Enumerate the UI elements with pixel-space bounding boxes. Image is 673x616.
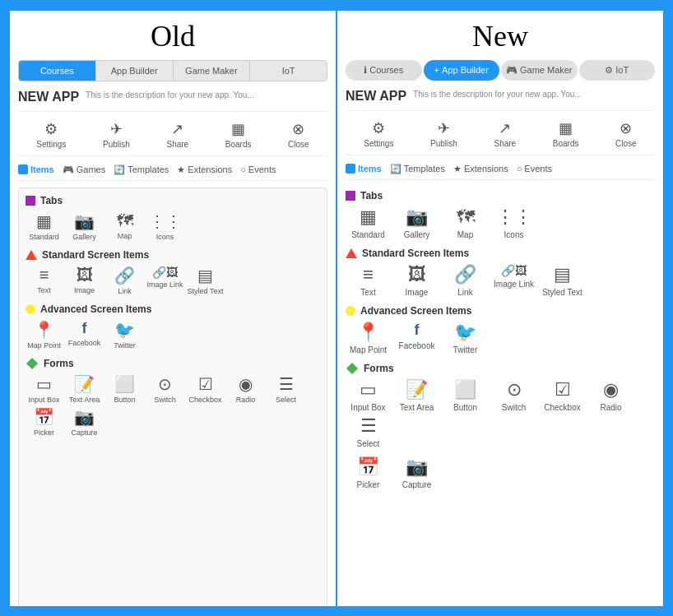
new-mappoint-icon: 📍 [357, 322, 379, 343]
new-settings-icon: ⚙ [372, 119, 385, 137]
new-item-image[interactable]: 🖼 Image [394, 264, 439, 297]
new-item-checkbox[interactable]: ☑ Checkbox [540, 379, 585, 412]
old-toolbar: ⚙ Settings ✈ Publish ↗ Share ▦ Boards ⊗ … [18, 120, 327, 156]
old-toolbar-share[interactable]: ↗ Share [166, 120, 188, 149]
new-subtab-events[interactable]: ○ Events [517, 164, 552, 174]
new-item-button[interactable]: ⬜ Button [443, 379, 488, 412]
old-item-map[interactable]: 🗺 Map [106, 211, 143, 241]
new-toolbar: ⚙ Settings ✈ Publish ↗ Share ▦ Boards ⊗ … [346, 119, 655, 155]
new-item-radio[interactable]: ◉ Radio [588, 379, 634, 412]
old-item-imagelink[interactable]: 🔗🖼 Image Link [146, 266, 183, 295]
new-tab-gamemaker[interactable]: 🎮 Game Maker [501, 60, 578, 81]
checkbox-icon: ☑ [198, 374, 213, 394]
old-item-inputbox[interactable]: ▭ Input Box [26, 374, 63, 404]
new-item-standard[interactable]: ▦ Standard [346, 206, 391, 239]
new-subtab-templates[interactable]: 🔄 Templates [390, 164, 445, 174]
new-toolbar-share[interactable]: ↗ Share [494, 119, 516, 148]
old-item-textarea[interactable]: 📝 Text Area [66, 374, 103, 404]
new-item-styledtext[interactable]: ▤ Styled Text [540, 264, 585, 297]
new-section-tabs-header: Tabs [346, 190, 655, 201]
new-subtab-extensions[interactable]: ★ Extensions [453, 164, 508, 174]
new-tab-iot[interactable]: ⚙ IoT [579, 60, 656, 81]
new-item-inputbox[interactable]: ▭ Input Box [346, 379, 391, 412]
old-subtab-items[interactable]: Items [18, 164, 54, 175]
old-subtab-games[interactable]: 🎮 Games [63, 164, 105, 175]
old-item-twitter[interactable]: 🐦 Twitter [106, 320, 143, 350]
new-item-text[interactable]: ≡ Text [346, 264, 391, 297]
new-toolbar-close-label: Close [615, 139, 637, 148]
new-tabs-grid: ▦ Standard 📷 Gallery 🗺 Map ⋮⋮ Icons [346, 206, 655, 239]
new-toolbar-publish[interactable]: ✈ Publish [430, 119, 457, 148]
old-item-checkbox[interactable]: ☑ Checkbox [187, 374, 224, 404]
old-subtab-extensions[interactable]: ★ Extensions [177, 164, 232, 175]
old-toolbar-close[interactable]: ⊗ Close [288, 120, 309, 149]
old-item-icons[interactable]: ⋮⋮ Icons [146, 211, 183, 241]
new-toolbar-boards[interactable]: ▦ Boards [553, 119, 579, 148]
new-section-advanced-label: Advanced Screen Items [360, 305, 471, 317]
old-tab-iot[interactable]: IoT [250, 61, 327, 81]
old-subtab-events[interactable]: ○ Events [240, 164, 276, 175]
new-item-link[interactable]: 🔗 Link [443, 264, 488, 297]
new-item-gallery[interactable]: 📷 Gallery [394, 206, 439, 239]
old-tabs-grid: ▦ Standard 📷 Gallery 🗺 Map ⋮⋮ Icons [26, 211, 320, 241]
gallery-icon: 📷 [74, 211, 95, 231]
new-close-icon: ⊗ [620, 119, 632, 137]
new-twitter-icon: 🐦 [454, 322, 476, 343]
new-item-icons[interactable]: ⋮⋮ Icons [491, 206, 536, 239]
new-item-textarea[interactable]: 📝 Text Area [394, 379, 439, 412]
old-item-picker[interactable]: 📅 Picker [26, 407, 63, 437]
new-subtab-items[interactable]: Items [346, 164, 382, 174]
new-section-advanced-header: Advanced Screen Items [346, 305, 655, 317]
new-capture-icon: 📷 [406, 456, 428, 478]
new-toolbar-settings-label: Settings [364, 139, 393, 148]
new-section-forms-header: Forms [346, 363, 655, 374]
old-item-standard[interactable]: ▦ Standard [26, 211, 63, 241]
old-item-capture[interactable]: 📷 Capture [66, 407, 103, 437]
old-toolbar-boards[interactable]: ▦ Boards [225, 120, 252, 149]
new-map-icon: 🗺 [457, 206, 475, 228]
new-toolbar-close[interactable]: ⊗ Close [615, 119, 637, 148]
old-item-styledtext[interactable]: ▤ Styled Text [187, 266, 224, 295]
map-icon: 🗺 [117, 211, 133, 230]
old-app-header: NEW APP This is the description for your… [18, 90, 327, 112]
facebook-icon: f [82, 320, 87, 337]
new-section-standard-label: Standard Screen Items [362, 248, 469, 259]
new-item-imagelink[interactable]: 🔗🖼 Image Link [491, 264, 536, 297]
new-items-checkbox-icon [346, 164, 355, 174]
old-item-gallery[interactable]: 📷 Gallery [66, 211, 103, 241]
new-item-select[interactable]: ☰ Select [346, 415, 391, 448]
new-standard-triangle-icon [346, 248, 357, 258]
new-toolbar-settings[interactable]: ⚙ Settings [364, 119, 393, 148]
new-item-map[interactable]: 🗺 Map [443, 206, 488, 239]
share-icon: ↗ [171, 120, 183, 138]
picker-icon: 📅 [34, 407, 54, 427]
new-tab-appbuilder[interactable]: + App Builder [424, 60, 500, 81]
old-item-mappoint[interactable]: 📍 Map Point [26, 320, 63, 350]
old-tab-courses[interactable]: Courses [19, 61, 96, 81]
old-item-image[interactable]: 🖼 Image [66, 266, 103, 295]
new-item-mappoint[interactable]: 📍 Map Point [346, 322, 391, 354]
new-item-switch[interactable]: ⊙ Switch [491, 379, 536, 412]
new-image-icon: 🖼 [408, 264, 426, 285]
new-item-picker[interactable]: 📅 Picker [346, 456, 391, 489]
old-title: Old [18, 19, 327, 53]
old-subtab-templates[interactable]: 🔄 Templates [114, 164, 169, 175]
old-tab-gamemaker[interactable]: Game Maker [174, 61, 251, 81]
old-toolbar-publish[interactable]: ✈ Publish [103, 120, 130, 149]
new-app-title: NEW APP [346, 89, 406, 104]
old-tab-appbuilder[interactable]: App Builder [96, 61, 174, 81]
new-item-capture[interactable]: 📷 Capture [394, 456, 439, 489]
old-app-title: NEW APP [18, 90, 79, 104]
new-item-twitter[interactable]: 🐦 Twitter [443, 322, 488, 354]
old-item-facebook[interactable]: f Facebook [66, 320, 103, 350]
old-item-button[interactable]: ⬜ Button [106, 374, 143, 404]
new-tab-courses[interactable]: ℹ Courses [346, 60, 422, 81]
new-item-facebook[interactable]: f Facebook [394, 322, 439, 354]
old-item-switch[interactable]: ⊙ Switch [146, 374, 183, 404]
old-item-radio[interactable]: ◉ Radio [227, 374, 264, 404]
old-item-text[interactable]: ≡ Text [26, 266, 63, 295]
standard-icon: ▦ [36, 211, 52, 231]
old-toolbar-settings[interactable]: ⚙ Settings [36, 120, 66, 149]
old-item-select[interactable]: ☰ Select [267, 374, 304, 404]
old-item-link[interactable]: 🔗 Link [106, 266, 143, 295]
